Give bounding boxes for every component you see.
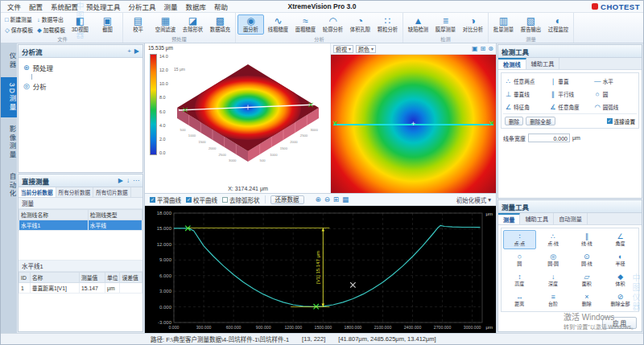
ribbon-button[interactable]: ▥批量测量 (490, 14, 517, 34)
measure-tools-tab[interactable]: 自动测量 (554, 213, 588, 224)
detect-tools-tab[interactable]: 检测线 (498, 58, 526, 69)
profile-toolbar-checkbox[interactable]: ✓校平曲线 (186, 195, 217, 204)
detect-tools-tab[interactable]: 辅助工具 (526, 58, 560, 69)
ribbon-button[interactable]: ▩数据填充 (207, 14, 233, 34)
view-3d[interactable]: 15.535 μm 14.012.010.08.06.04.02.00.0 50… (145, 43, 330, 193)
ribbon-button[interactable]: ▲缺陷检测 (405, 14, 431, 34)
ribbon-button[interactable]: ▣截图 (94, 14, 121, 34)
detect-tool-button[interactable]: ○圆 (592, 88, 637, 101)
svg-text:2000: 2000 (208, 146, 217, 150)
measure-tool-button[interactable]: ∥线-线 (571, 230, 604, 249)
menu-item[interactable]: 数据库 (183, 2, 210, 11)
restore-data-button[interactable]: 还原数据 (270, 195, 304, 204)
flow-step[interactable]: ⊛预处理 (23, 61, 138, 74)
ribbon-button[interactable]: □新建测量 (4, 15, 34, 23)
topview-image[interactable]: ✕ ✕ + (331, 55, 496, 193)
run-measure-icon[interactable]: ▶ (118, 177, 123, 184)
side-tab[interactable]: 自动化 (1, 167, 17, 204)
ribbon-button[interactable]: ◆加载模板 (36, 26, 66, 34)
settings-icon[interactable]: ⊛ (488, 45, 493, 52)
line-width-input[interactable]: 0.000 (528, 133, 570, 142)
detect-tool-button[interactable]: ◠圆弧线 (592, 101, 637, 113)
ribbon-button[interactable]: ◠轮廓分析 (320, 14, 346, 34)
side-tab[interactable]: 3D测量 (1, 77, 17, 117)
measure-tool-button[interactable]: ◎圆-圆 (537, 250, 570, 269)
ribbon-button[interactable]: ▤校平 (125, 14, 151, 34)
profile-toolbar-checkbox[interactable]: 去除弧形状 (222, 195, 260, 204)
measure-tool-button[interactable]: ◐半径 (604, 250, 637, 269)
ribbon-button[interactable]: ∷颗粒分析 (374, 14, 401, 34)
menu-item[interactable]: 文件 (4, 2, 24, 11)
ribbon-button[interactable]: ◧3D视图 (67, 14, 93, 34)
profile-toolbar-checkbox[interactable]: ✓平滑曲线 (150, 195, 181, 204)
ribbon-button[interactable]: ◪去除形状 (180, 14, 206, 34)
measure-tool-button[interactable]: ∠角度 (604, 230, 637, 249)
init-mode-select[interactable]: 初始化模式 ▾ (456, 195, 491, 204)
detect-tool-button[interactable]: ∥平行线 (547, 88, 592, 101)
menu-item[interactable]: 测量 (161, 2, 181, 11)
ribbon-button[interactable]: ∿线粗糙度 (265, 14, 291, 34)
measure-tool-button[interactable]: ▱面积 (571, 270, 604, 290)
measure-tools-tab[interactable]: 测量 (498, 213, 520, 224)
measure-tool-button[interactable]: ◆体积 (604, 270, 637, 290)
side-tab[interactable]: 影像测量 (1, 120, 17, 165)
ribbon-button[interactable]: ◑对比分析 (460, 14, 486, 34)
pan-icon[interactable]: ⊞ (333, 195, 339, 203)
side-tab[interactable]: 仪器 (1, 47, 17, 75)
menu-item[interactable]: 分析工具 (126, 2, 159, 11)
table-row[interactable]: 水平线1水平线 (19, 220, 142, 231)
profile-chart[interactable]: -3.0000.0003.0006.0009.00012.00015.00018… (145, 206, 496, 333)
grid-icon[interactable]: ▦ (342, 195, 349, 203)
detect-tool-button[interactable]: ∴任意两点 (503, 75, 547, 88)
color-select[interactable]: 颜色 ▾ (356, 45, 376, 53)
detect-tool-button[interactable]: ∠特征角 (503, 101, 547, 113)
detect-tool-button[interactable]: ∡任意角度 (547, 101, 592, 113)
run-flow-icon[interactable]: ▶ (134, 47, 139, 55)
measure-tool-button[interactable]: ∶点-点 (503, 230, 536, 249)
menu-item[interactable]: 系统配置 (47, 2, 81, 11)
line-endpoint-marker[interactable]: ✕ (489, 121, 494, 127)
flow-step[interactable]: ◎分析 (23, 80, 138, 92)
menu-item[interactable]: 帮助 (211, 2, 231, 11)
delete-button[interactable]: 删除 (505, 117, 523, 125)
table-row[interactable]: 1垂直距离1[V1]15.147μm (19, 283, 142, 294)
data-tab[interactable]: 所有分析数据 (56, 187, 94, 197)
more-icon[interactable]: ⋯ (133, 177, 139, 184)
measure-tool-button[interactable]: ↕高度 (503, 270, 536, 290)
measure-tools-tab[interactable]: 辅助工具 (520, 213, 554, 224)
line-endpoint-marker[interactable]: ✕ (332, 121, 338, 127)
ribbon-button[interactable]: ↓数据导出 (36, 15, 66, 23)
data-tab[interactable]: 当前分析数据 (19, 187, 56, 197)
measure-tool-button[interactable]: ∴点-线 (537, 230, 570, 249)
zoom-in-icon[interactable]: ⊕ (316, 195, 321, 203)
zoom-out-icon[interactable]: ⊖ (324, 195, 330, 203)
connect-settings-checkbox[interactable]: ✓ 连接设置 (607, 117, 635, 125)
measure-tool-button[interactable]: ↓深度 (537, 270, 570, 290)
data-tab[interactable]: 所有切片数据 (93, 187, 131, 197)
delete-all-button[interactable]: 删除全部 (526, 117, 555, 125)
ribbon-button[interactable]: ▧报告输出 (518, 14, 544, 34)
detect-tool-button[interactable]: ―水平 (592, 75, 637, 88)
measure-tool-button[interactable]: ×删除 (571, 290, 604, 310)
menu-item[interactable]: 配置 (26, 2, 46, 11)
measure-tool-button[interactable]: ○圆 (503, 250, 536, 269)
measure-tool-button[interactable]: ↔距离 (503, 290, 536, 310)
ribbon-button[interactable]: ≡膜厚测量 (432, 14, 459, 34)
detect-tool-button[interactable]: ⊥垂直线 (503, 88, 547, 101)
ribbon-button[interactable]: ◇保存模板 (4, 26, 34, 34)
export-icon[interactable]: ↓ (126, 177, 130, 184)
ribbon-button[interactable]: ≈面粗糙度 (292, 14, 319, 34)
fit-view-icon[interactable]: ⊞ (481, 45, 486, 52)
view-select[interactable]: 俯视 ▾ (333, 45, 353, 53)
menu-item[interactable]: 预处理工具 (83, 2, 124, 11)
ribbon-button[interactable]: ◉面分析 (237, 14, 264, 34)
capture-icon[interactable]: ▣ (472, 45, 478, 52)
detect-tool-button[interactable]: ∣垂直 (547, 75, 592, 88)
ribbon-button[interactable]: ▦空间滤波 (152, 14, 179, 34)
measure-tool-button[interactable]: ≡台阶 (537, 290, 570, 310)
measure-tool-button[interactable]: ⊙圆-线 (571, 250, 604, 269)
add-step-icon[interactable]: + (127, 47, 131, 55)
ribbon-button[interactable]: ◔体积孔隙 (347, 14, 374, 34)
measure-tool-button[interactable]: ⊘删除全部 (604, 290, 637, 310)
ribbon-button[interactable]: ◐过程监控 (545, 14, 572, 34)
